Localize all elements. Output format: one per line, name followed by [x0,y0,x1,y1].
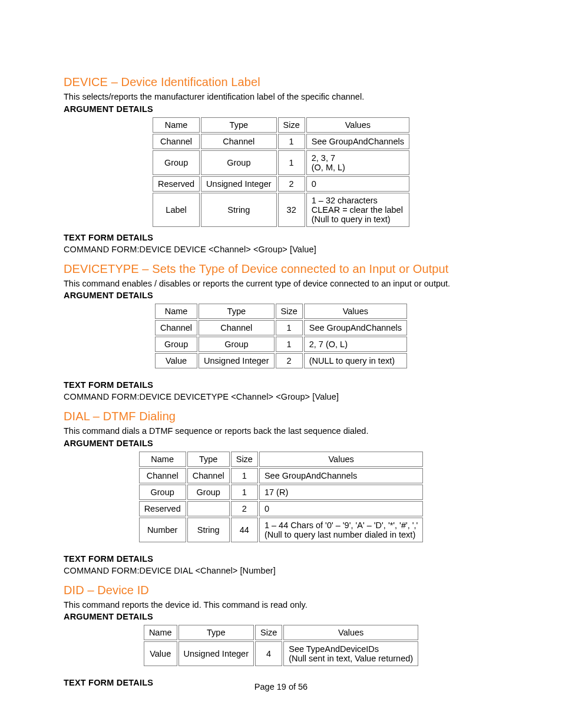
col-size: Size [231,452,258,467]
cell-values: See GroupAndChannels [304,320,407,335]
table-row: Number String 44 1 – 44 Chars of '0' – '… [139,518,424,542]
cell-size: 1 [278,150,305,175]
page-container: DEVICE – Device Identification Label Thi… [0,0,562,728]
section-desc: This command enables / disables or repor… [64,278,498,290]
cell-values: See GroupAndChannels [259,468,423,483]
text-form-line: COMMAND FORM:DEVICE DIAL <Channel> [Numb… [64,566,498,575]
page-number: Page 19 of 56 [64,682,498,691]
col-type: Type [199,304,274,319]
cell-size: 4 [255,641,282,666]
section-title: DID – Device ID [64,584,498,597]
col-type: Type [201,117,276,133]
col-values: Values [304,304,407,319]
section-desc: This selects/reports the manufacturer id… [64,91,498,103]
cell-type: Group [199,337,274,352]
col-size: Size [276,304,303,319]
section-dial: DIAL – DTMF Dialing This command dials a… [64,410,498,575]
cell-name: Label [153,193,200,227]
argument-details-heading: ARGUMENT DETAILS [64,104,498,114]
cell-name: Group [139,485,186,500]
col-name: Name [139,452,186,467]
cell-size: 2 [276,353,303,368]
cell-values: 1 – 44 Chars of '0' – '9', 'A' – 'D', '*… [259,518,423,542]
argument-table-did: Name Type Size Values Value Unsigned Int… [143,624,419,667]
cell-name: Channel [153,134,200,149]
cell-values: (NULL to query in text) [304,353,407,368]
col-values: Values [259,452,423,467]
text-form-line: COMMAND FORM:DEVICE DEVICETYPE <Channel>… [64,392,498,401]
cell-size: 1 [231,485,258,500]
argument-table-devicetype: Name Type Size Values Channel Channel 1 … [154,302,408,370]
table-header-row: Name Type Size Values [155,304,407,319]
col-size: Size [278,117,305,133]
table-row: Channel Channel 1 See GroupAndChannels [155,320,407,335]
cell-size: 1 [231,468,258,483]
argument-details-heading: ARGUMENT DETAILS [64,439,498,448]
cell-size: 44 [231,518,258,542]
cell-name: Reserved [153,176,200,192]
section-did: DID – Device ID This command reports the… [64,584,498,688]
table-row: Channel Channel 1 See GroupAndChannels [139,468,424,483]
cell-values: 2, 3, 7(O, M, L) [306,150,409,175]
argument-table-device: Name Type Size Values Channel Channel 1 … [151,116,411,228]
spacer [64,672,498,678]
table-row: Value Unsigned Integer 2 (NULL to query … [155,353,407,368]
section-devicetype: DEVICETYPE – Sets the Type of Device con… [64,262,498,402]
text-form-heading: TEXT FORM DETAILS [64,233,498,242]
cell-values: 0 [306,176,409,192]
cell-type: Channel [201,134,276,149]
cell-values: 17 (R) [259,485,423,500]
table-row: Channel Channel 1 See GroupAndChannels [153,134,409,149]
text-form-line: COMMAND FORM:DEVICE DEVICE <Channel> <Gr… [64,245,498,254]
section-title: DEVICE – Device Identification Label [64,75,498,89]
cell-name: Value [155,353,197,368]
col-values: Values [306,117,409,133]
cell-values: 1 – 32 charactersCLEAR = clear the label… [306,193,409,227]
text-form-heading: TEXT FORM DETAILS [64,554,498,564]
table-header-row: Name Type Size Values [153,117,409,133]
cell-type: Group [187,485,230,500]
argument-table-dial: Name Type Size Values Channel Channel 1 … [138,450,425,543]
table-header-row: Name Type Size Values [144,625,418,640]
col-name: Name [144,625,177,640]
cell-type [187,501,230,516]
cell-name: Value [144,641,177,666]
col-values: Values [283,625,418,640]
cell-type: Channel [187,468,230,483]
spacer [64,548,498,554]
cell-type: Channel [199,320,274,335]
cell-type: String [201,193,276,227]
cell-values: 2, 7 (O, L) [304,337,407,352]
table-row: Reserved Unsigned Integer 2 0 [153,176,409,192]
argument-details-heading: ARGUMENT DETAILS [64,291,498,300]
col-size: Size [255,625,282,640]
cell-size: 32 [278,193,305,227]
cell-values: See TypeAndDeviceIDs(Null sent in text, … [283,641,418,666]
col-type: Type [178,625,254,640]
cell-values: See GroupAndChannels [306,134,409,149]
text-form-heading: TEXT FORM DETAILS [64,380,498,390]
cell-type: Unsigned Integer [178,641,254,666]
section-title: DIAL – DTMF Dialing [64,410,498,423]
cell-name: Group [153,150,200,175]
table-row: Label String 32 1 – 32 charactersCLEAR =… [153,193,409,227]
cell-name: Group [155,337,197,352]
cell-size: 2 [231,501,258,516]
section-desc: This command dials a DTMF sequence or re… [64,426,498,437]
spacer [64,374,498,380]
col-name: Name [153,117,200,133]
col-type: Type [187,452,230,467]
cell-size: 1 [278,134,305,149]
table-row: Group Group 1 17 (R) [139,485,424,500]
cell-type: String [187,518,230,542]
argument-details-heading: ARGUMENT DETAILS [64,612,498,621]
cell-size: 1 [276,320,303,335]
section-desc: This command reports the device id. This… [64,599,498,611]
section-device: DEVICE – Device Identification Label Thi… [64,75,498,254]
cell-type: Unsigned Integer [201,176,276,192]
cell-name: Number [139,518,186,542]
col-name: Name [155,304,197,319]
table-row: Reserved 2 0 [139,501,424,516]
cell-size: 1 [276,337,303,352]
cell-name: Channel [139,468,186,483]
